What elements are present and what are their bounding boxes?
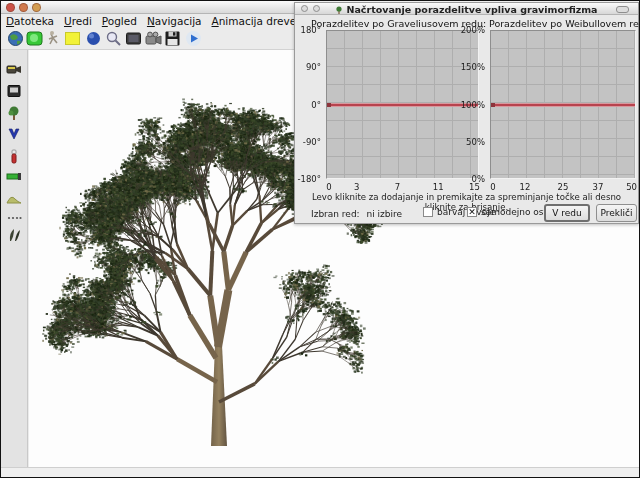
globe-icon[interactable] (7, 30, 24, 47)
leaves-tool-icon[interactable] (6, 227, 22, 243)
checkbox-box[interactable]: ✕ (467, 207, 477, 217)
play-icon[interactable] (185, 30, 202, 47)
xtick: 0 (326, 182, 331, 192)
dialog-title: Načrtovanje porazdelitve vpliva gravimor… (295, 4, 638, 15)
cancel-button[interactable]: Prekliči (596, 204, 637, 222)
checkbox-box[interactable] (423, 207, 433, 217)
menu-navigacija[interactable]: Navigacija (142, 15, 207, 27)
xtick: 11 (433, 182, 444, 192)
selected-order-label: Izbran red: (311, 209, 360, 219)
ytick: 180° (301, 25, 321, 35)
zoom-icon[interactable] (105, 30, 122, 47)
tool-sidebar (1, 50, 28, 467)
ellipsis-tool-icon[interactable] (6, 209, 22, 225)
video-camera-icon[interactable] (145, 30, 162, 47)
flag-tool-icon[interactable] (6, 169, 22, 185)
chart2-title: Porazdelitev po Weibullovem redu: (489, 18, 640, 29)
gravimorphism-dialog: Načrtovanje porazdelitve vpliva gravimor… (294, 2, 639, 224)
chart1-yticks: 180° 90° 0° -90° -180° (299, 30, 323, 179)
ytick: -90° (303, 137, 321, 147)
camera-tool-icon[interactable] (6, 61, 22, 77)
down-arrow-tool-icon[interactable] (6, 127, 22, 143)
ytick: 0° (311, 100, 321, 110)
menubar: Datoteka Uredi Pogled Navigacija Animaci… (1, 14, 294, 28)
chart2-plot-area[interactable] (490, 30, 636, 179)
sphere-icon[interactable] (85, 30, 102, 47)
xtick: 3 (354, 182, 359, 192)
close-button[interactable] (6, 3, 15, 12)
ok-button[interactable]: V redu (544, 204, 590, 222)
tree-tool-icon[interactable] (6, 105, 22, 121)
yellow-swatch-icon[interactable] (64, 30, 81, 47)
chart2-yticks: 200% 150% 100% 50% 0% (463, 30, 487, 179)
screen-icon[interactable] (125, 30, 142, 47)
xtick: 37 (593, 182, 604, 192)
walker-icon[interactable] (45, 30, 62, 47)
ytick: 200% (461, 25, 485, 35)
toolbar (1, 28, 294, 50)
chart1-plot-area[interactable] (326, 30, 479, 179)
ytick: 100% (461, 100, 485, 110)
ytick: 50% (466, 137, 485, 147)
chart2-distribution-line[interactable] (491, 104, 635, 106)
dialog-titlebar: Načrtovanje porazdelitve vpliva gravimor… (295, 3, 638, 15)
chart2-control-point[interactable] (491, 103, 495, 107)
xtick: 0 (490, 182, 495, 192)
ytick: 150% (461, 62, 485, 72)
xtick: 12 (520, 182, 531, 192)
chart1-distribution-line[interactable] (327, 104, 478, 106)
selected-order: Izbran red: ni izbire (311, 209, 402, 219)
dialog-maximize-button[interactable] (616, 6, 629, 13)
ecosystem-icon[interactable] (26, 30, 43, 47)
plant-icon (335, 6, 343, 14)
dialog-title-text: Načrtovanje porazdelitve vpliva gravimor… (346, 4, 597, 15)
terrain-tool-icon[interactable] (6, 190, 22, 206)
ytick: -180° (297, 174, 321, 184)
selected-order-value: ni izbire (367, 209, 403, 219)
ytick: 90° (306, 62, 321, 72)
snapshot-tool-icon[interactable] (6, 83, 22, 99)
minimize-button[interactable] (19, 3, 28, 12)
save-icon[interactable] (164, 30, 181, 47)
ytick: 0% (472, 174, 486, 184)
maximize-button[interactable] (32, 3, 41, 12)
menu-datoteka[interactable]: Datoteka (1, 15, 59, 27)
menu-pogled[interactable]: Pogled (97, 15, 142, 27)
chart1-xticks: 0 3 7 11 15 (326, 182, 479, 191)
chart2-xticks: 0 12 25 37 50 (490, 182, 636, 191)
xtick: 7 (395, 182, 400, 192)
menu-uredi[interactable]: Uredi (59, 15, 97, 27)
chart1-control-point[interactable] (327, 103, 331, 107)
xtick: 25 (558, 182, 569, 192)
thermometer-tool-icon[interactable] (6, 148, 22, 164)
statusbar (1, 467, 639, 478)
xtick: 50 (626, 182, 637, 192)
app-window: Datoteka Uredi Pogled Navigacija Animaci… (0, 0, 640, 478)
